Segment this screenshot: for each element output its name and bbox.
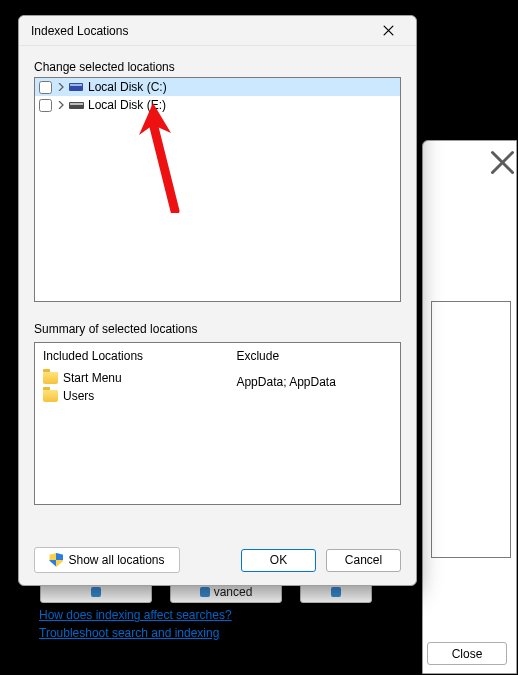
chevron-right-icon[interactable] bbox=[55, 100, 66, 111]
background-close-label: Close bbox=[452, 647, 483, 661]
background-close-icon[interactable] bbox=[490, 150, 515, 175]
tree-label-c: Local Disk (C:) bbox=[88, 80, 167, 94]
background-panel bbox=[431, 301, 511, 558]
exclude-column: Exclude AppData; AppData bbox=[228, 343, 400, 504]
shield-icon bbox=[91, 587, 101, 597]
shield-icon bbox=[200, 587, 210, 597]
included-column: Included Locations Start Menu Users bbox=[35, 343, 228, 504]
link-troubleshoot[interactable]: Troubleshoot search and indexing bbox=[39, 626, 232, 640]
list-item[interactable]: Start Menu bbox=[43, 369, 220, 387]
tree-checkbox-c[interactable] bbox=[39, 81, 52, 94]
included-item-1: Users bbox=[63, 389, 94, 403]
locations-tree[interactable]: Local Disk (C:) Local Disk (E:) bbox=[34, 77, 401, 302]
help-links: How does indexing affect searches? Troub… bbox=[39, 608, 232, 640]
close-icon[interactable] bbox=[368, 17, 408, 45]
link-indexing-affect[interactable]: How does indexing affect searches? bbox=[39, 608, 232, 622]
exclude-value: AppData; AppData bbox=[236, 375, 392, 389]
ok-label: OK bbox=[270, 553, 287, 567]
shield-icon bbox=[331, 587, 341, 597]
dialog-footer: Show all locations OK Cancel bbox=[34, 535, 401, 573]
indexed-locations-dialog: Indexed Locations Change selected locati… bbox=[18, 15, 417, 586]
included-header: Included Locations bbox=[43, 349, 220, 363]
tree-row-e[interactable]: Local Disk (E:) bbox=[35, 96, 400, 114]
list-item[interactable]: Users bbox=[43, 387, 220, 405]
cancel-label: Cancel bbox=[345, 553, 382, 567]
chevron-right-icon[interactable] bbox=[55, 82, 66, 93]
show-all-label: Show all locations bbox=[68, 553, 164, 567]
shield-icon bbox=[49, 553, 63, 567]
tree-row-c[interactable]: Local Disk (C:) bbox=[35, 78, 400, 96]
disk-icon bbox=[69, 81, 85, 93]
tree-label-e: Local Disk (E:) bbox=[88, 98, 166, 112]
show-all-locations-button[interactable]: Show all locations bbox=[34, 547, 180, 573]
titlebar: Indexed Locations bbox=[19, 16, 416, 46]
tree-checkbox-e[interactable] bbox=[39, 99, 52, 112]
disk-icon bbox=[69, 99, 85, 111]
exclude-header: Exclude bbox=[236, 349, 392, 363]
ok-button[interactable]: OK bbox=[241, 549, 316, 572]
background-close-button[interactable]: Close bbox=[427, 642, 507, 665]
cancel-button[interactable]: Cancel bbox=[326, 549, 401, 572]
background-tab-2-label: vanced bbox=[214, 585, 253, 599]
summary-box: Included Locations Start Menu Users Excl… bbox=[34, 342, 401, 505]
summary-label: Summary of selected locations bbox=[34, 322, 401, 336]
folder-icon bbox=[43, 390, 58, 402]
folder-icon bbox=[43, 372, 58, 384]
included-item-0: Start Menu bbox=[63, 371, 122, 385]
dialog-title: Indexed Locations bbox=[31, 24, 368, 38]
change-locations-label: Change selected locations bbox=[34, 60, 401, 74]
